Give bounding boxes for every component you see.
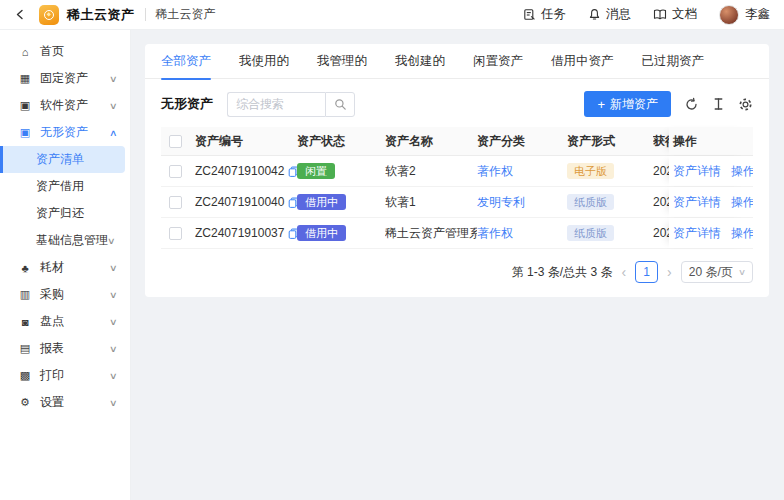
category-link[interactable]: 著作权 bbox=[477, 164, 513, 178]
copy-icon[interactable] bbox=[288, 197, 297, 208]
chevron-down-icon: ∨ bbox=[738, 267, 746, 277]
gear-icon bbox=[738, 97, 753, 112]
sidebar-subitem-asset-borrow[interactable]: 资产借用 bbox=[0, 173, 125, 200]
asset-detail-link[interactable]: 资产详情 bbox=[673, 163, 721, 180]
select-all-checkbox[interactable] bbox=[169, 135, 182, 148]
asset-code: ZC24071910042 bbox=[195, 164, 284, 178]
sidebar-item-stocktake[interactable]: ◙ 盘点 ∨ bbox=[0, 308, 130, 335]
category-link[interactable]: 发明专利 bbox=[477, 195, 525, 209]
search-input[interactable] bbox=[227, 92, 325, 117]
actions-cell: 资产详情 操作∨ bbox=[669, 156, 753, 186]
pagination-summary: 第 1-3 条/总共 3 条 bbox=[512, 264, 613, 281]
app-title: 稀土云资产 bbox=[67, 6, 135, 24]
sidebar-item-print[interactable]: ▩ 打印 ∨ bbox=[0, 362, 130, 389]
tab-borrowed-assets[interactable]: 借用中资产 bbox=[551, 44, 614, 79]
actions-cell: 资产详情 操作∨ bbox=[669, 218, 753, 248]
row-checkbox[interactable] bbox=[169, 227, 182, 240]
sidebar-item-reports[interactable]: ▤ 报表 ∨ bbox=[0, 335, 130, 362]
add-asset-button[interactable]: + 新增资产 bbox=[584, 91, 671, 117]
asset-code-cell: ZC24071910037 bbox=[195, 226, 297, 240]
tab-my-used[interactable]: 我使用的 bbox=[239, 44, 289, 79]
sidebar-subitem-label: 资产归还 bbox=[36, 205, 112, 222]
sidebar-item-label: 耗材 bbox=[40, 259, 110, 276]
sidebar-subitem-label: 资产清单 bbox=[36, 151, 112, 168]
chevron-down-icon: ∨ bbox=[109, 74, 118, 84]
sidebar-item-label: 固定资产 bbox=[40, 70, 110, 87]
user-name: 李鑫 bbox=[745, 6, 770, 23]
page-size-select[interactable]: 20 条/页 ∨ bbox=[681, 261, 753, 283]
messages-button[interactable]: 消息 bbox=[588, 6, 631, 23]
sidebar-item-home[interactable]: ⌂ 首页 bbox=[0, 38, 130, 65]
sidebar-item-procurement[interactable]: ▥ 采购 ∨ bbox=[0, 281, 130, 308]
bell-icon bbox=[588, 8, 601, 21]
row-checkbox[interactable] bbox=[169, 196, 182, 209]
next-page-button[interactable]: › bbox=[667, 265, 672, 279]
row-checkbox[interactable] bbox=[169, 165, 182, 178]
search-icon bbox=[334, 98, 347, 111]
asset-code: ZC24071910040 bbox=[195, 195, 284, 209]
reports-icon: ▤ bbox=[18, 342, 32, 355]
more-actions-link[interactable]: 操作∨ bbox=[731, 163, 753, 180]
software-assets-icon: ▣ bbox=[18, 99, 32, 112]
tab-all-assets[interactable]: 全部资产 bbox=[161, 44, 211, 79]
more-actions-label: 操作 bbox=[731, 163, 753, 180]
column-settings-button[interactable] bbox=[738, 97, 753, 112]
sidebar-item-consumables[interactable]: ♣ 耗材 ∨ bbox=[0, 254, 130, 281]
fixed-assets-icon: ▦ bbox=[18, 72, 32, 85]
tab-bar: 全部资产 我使用的 我管理的 我创建的 闲置资产 借用中资产 已过期资产 bbox=[145, 44, 769, 79]
user-menu[interactable]: 李鑫 bbox=[719, 5, 770, 25]
chevron-down-icon: ∨ bbox=[109, 290, 118, 300]
status-badge: 闲置 bbox=[297, 163, 335, 179]
refresh-icon bbox=[684, 97, 699, 112]
table-row: ZC24071910040 借用中 软著1 发明专利 纸质版 202 资产详情 … bbox=[161, 187, 753, 218]
form-badge: 电子版 bbox=[567, 163, 614, 179]
copy-icon[interactable] bbox=[288, 228, 297, 239]
acquired-date: 202 bbox=[653, 164, 669, 178]
table-row: ZC24071910037 借用中 稀土云资产管理系统 著作权 纸质版 202 … bbox=[161, 218, 753, 249]
sidebar-subitem-label: 资产借用 bbox=[36, 178, 112, 195]
asset-code: ZC24071910037 bbox=[195, 226, 284, 240]
sidebar-subitem-asset-return[interactable]: 资产归还 bbox=[0, 200, 125, 227]
more-actions-label: 操作 bbox=[731, 225, 753, 242]
row-height-button[interactable] bbox=[712, 97, 725, 111]
chevron-down-icon: ∨ bbox=[109, 398, 118, 408]
chevron-up-icon: ∧ bbox=[109, 128, 118, 138]
chevron-down-icon: ∨ bbox=[109, 317, 118, 327]
tab-idle-assets[interactable]: 闲置资产 bbox=[473, 44, 523, 79]
search-button[interactable] bbox=[325, 92, 355, 117]
refresh-button[interactable] bbox=[684, 97, 699, 112]
pagination: 第 1-3 条/总共 3 条 ‹ 1 › 20 条/页 ∨ bbox=[161, 261, 753, 283]
sidebar-item-software-assets[interactable]: ▣ 软件资产 ∨ bbox=[0, 92, 130, 119]
category-link[interactable]: 著作权 bbox=[477, 226, 513, 240]
prev-page-button[interactable]: ‹ bbox=[621, 265, 626, 279]
tab-my-managed[interactable]: 我管理的 bbox=[317, 44, 367, 79]
page-number-button[interactable]: 1 bbox=[635, 261, 658, 283]
sidebar-subitem-asset-list[interactable]: 资产清单 bbox=[0, 146, 125, 173]
back-icon[interactable] bbox=[14, 8, 27, 21]
sidebar-item-settings[interactable]: ⚙ 设置 ∨ bbox=[0, 389, 130, 416]
sidebar-subitem-label: 基础信息管理 bbox=[36, 232, 108, 249]
page-size-value: 20 条/页 bbox=[689, 264, 733, 281]
asset-detail-link[interactable]: 资产详情 bbox=[673, 194, 721, 211]
asset-code-cell: ZC24071910042 bbox=[195, 164, 297, 178]
text-height-icon bbox=[712, 97, 725, 111]
more-actions-link[interactable]: 操作∨ bbox=[731, 225, 753, 242]
sidebar-item-label: 软件资产 bbox=[40, 97, 110, 114]
asset-detail-link[interactable]: 资产详情 bbox=[673, 225, 721, 242]
docs-button[interactable]: 文档 bbox=[653, 6, 697, 23]
breadcrumb: 稀土云资产 bbox=[156, 6, 216, 23]
tasks-button[interactable]: 任务 bbox=[523, 6, 566, 23]
toolbar: 无形资产 + 新增资产 bbox=[161, 91, 753, 117]
messages-label: 消息 bbox=[606, 6, 631, 23]
tab-expired-assets[interactable]: 已过期资产 bbox=[642, 44, 705, 79]
sidebar-subitem-basic-info[interactable]: 基础信息管理 ∨ bbox=[0, 227, 125, 254]
more-actions-link[interactable]: 操作∨ bbox=[731, 194, 753, 211]
tasks-label: 任务 bbox=[541, 6, 566, 23]
chevron-down-icon: ∨ bbox=[107, 236, 116, 246]
app-logo-icon bbox=[39, 5, 59, 25]
sidebar-item-fixed-assets[interactable]: ▦ 固定资产 ∨ bbox=[0, 65, 130, 92]
sidebar-item-intangible-assets[interactable]: ▣ 无形资产 ∧ bbox=[0, 119, 130, 146]
copy-icon[interactable] bbox=[288, 166, 297, 177]
tab-my-created[interactable]: 我创建的 bbox=[395, 44, 445, 79]
docs-label: 文档 bbox=[672, 6, 697, 23]
